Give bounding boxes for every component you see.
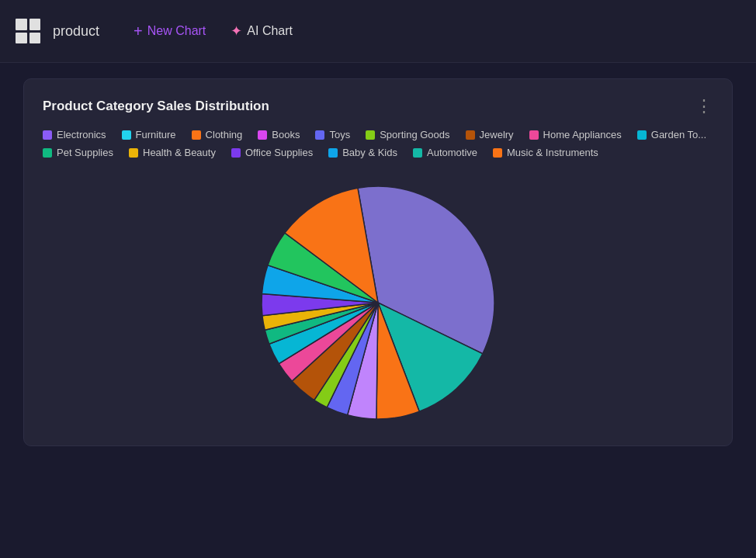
legend: ElectronicsFurnitureClothingBooksToysSpo… bbox=[43, 129, 713, 158]
legend-item: Books bbox=[258, 129, 300, 140]
legend-color bbox=[413, 148, 422, 158]
legend-color bbox=[231, 148, 241, 158]
legend-item: Health & Beauty bbox=[129, 147, 216, 158]
legend-item: Sporting Goods bbox=[366, 129, 449, 140]
chart-header: Product Category Sales Distribution ⋮ bbox=[43, 98, 713, 115]
legend-color bbox=[43, 130, 52, 140]
pie-chart bbox=[254, 178, 502, 427]
legend-label: Furniture bbox=[136, 129, 176, 140]
legend-label: Books bbox=[272, 129, 300, 140]
legend-item: Office Supplies bbox=[231, 147, 313, 158]
legend-color bbox=[43, 148, 52, 158]
new-chart-button[interactable]: + New Chart bbox=[124, 19, 215, 43]
ai-chart-button[interactable]: ✦ AI Chart bbox=[221, 18, 302, 44]
legend-label: Electronics bbox=[57, 129, 106, 140]
legend-color bbox=[122, 130, 131, 140]
chart-area bbox=[43, 171, 713, 427]
legend-item: Garden To... bbox=[637, 129, 706, 140]
legend-color bbox=[529, 130, 539, 140]
legend-label: Garden To... bbox=[651, 129, 706, 140]
legend-label: Pet Supplies bbox=[57, 147, 113, 158]
legend-label: Health & Beauty bbox=[143, 147, 216, 158]
legend-item: Pet Supplies bbox=[43, 147, 113, 158]
topbar: product + New Chart ✦ AI Chart bbox=[0, 0, 756, 63]
legend-color bbox=[637, 130, 647, 140]
legend-item: Furniture bbox=[122, 129, 176, 140]
grid-icon bbox=[16, 19, 40, 43]
legend-label: Home Appliances bbox=[543, 129, 622, 140]
new-chart-label: New Chart bbox=[147, 24, 206, 38]
legend-item: Home Appliances bbox=[529, 129, 622, 140]
legend-label: Automotive bbox=[427, 147, 477, 158]
legend-color bbox=[466, 130, 475, 140]
legend-color bbox=[493, 148, 502, 158]
legend-color bbox=[192, 130, 201, 140]
legend-color bbox=[129, 148, 138, 158]
legend-label: Toys bbox=[329, 129, 350, 140]
legend-color bbox=[258, 130, 267, 140]
ai-chart-label: AI Chart bbox=[247, 24, 293, 38]
legend-label: Jewelry bbox=[480, 129, 514, 140]
plus-icon: + bbox=[134, 23, 143, 39]
legend-item: Automotive bbox=[413, 147, 477, 158]
legend-label: Clothing bbox=[206, 129, 243, 140]
legend-item: Electronics bbox=[43, 129, 106, 140]
legend-color bbox=[315, 130, 324, 140]
chart-title: Product Category Sales Distribution bbox=[43, 99, 269, 114]
legend-item: Toys bbox=[315, 129, 350, 140]
chart-card: Product Category Sales Distribution ⋮ El… bbox=[23, 78, 733, 446]
legend-label: Sporting Goods bbox=[380, 129, 449, 140]
legend-item: Music & Instruments bbox=[493, 147, 598, 158]
product-title: product bbox=[53, 23, 99, 40]
main-content: Product Category Sales Distribution ⋮ El… bbox=[0, 63, 756, 462]
spark-icon: ✦ bbox=[231, 23, 242, 40]
legend-color bbox=[328, 148, 338, 158]
legend-label: Baby & Kids bbox=[342, 147, 397, 158]
legend-label: Music & Instruments bbox=[507, 147, 598, 158]
legend-label: Office Supplies bbox=[245, 147, 313, 158]
legend-item: Clothing bbox=[192, 129, 243, 140]
more-options-button[interactable]: ⋮ bbox=[695, 98, 713, 115]
legend-color bbox=[366, 130, 375, 140]
legend-item: Jewelry bbox=[466, 129, 514, 140]
legend-item: Baby & Kids bbox=[328, 147, 397, 158]
